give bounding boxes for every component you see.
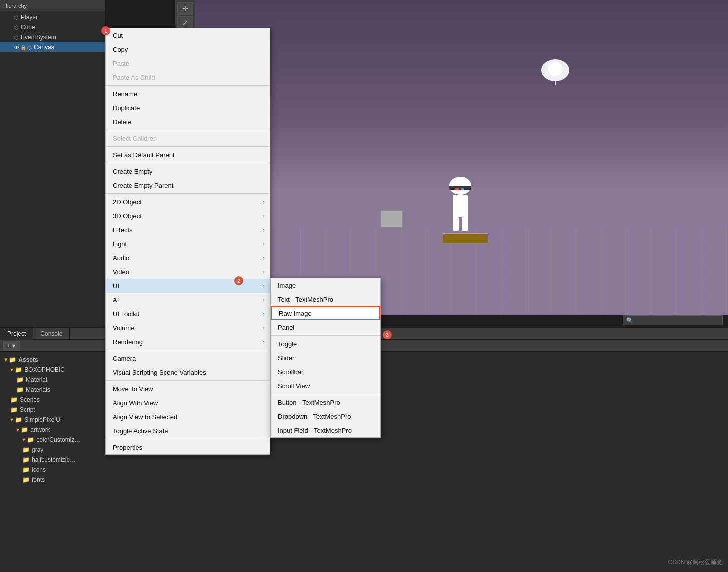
hierarchy-list: ⬡ Player ⬡ Cube ⬡ EventSystem 👁 🔒 ⬡ Canv… — [0, 11, 105, 52]
scene-tool-move[interactable]: ✛ — [177, 2, 193, 15]
separator-2 — [106, 130, 270, 130]
box-object — [380, 210, 403, 228]
menu-toggle-active[interactable]: Toggle Active State — [106, 424, 270, 438]
svg-rect-7 — [453, 195, 468, 217]
menu-3d-object[interactable]: 3D Object› — [106, 209, 270, 223]
svg-rect-5 — [455, 188, 459, 190]
menu-visual-scripting[interactable]: Visual Scripting Scene Variables — [106, 365, 270, 379]
menu-paste: Paste — [106, 56, 270, 70]
menu-ai[interactable]: AI› — [106, 293, 270, 307]
assets-folder-icon: ▾ 📁 — [4, 356, 16, 363]
sub-sep-1 — [271, 335, 380, 336]
menu-ui[interactable]: UI› — [106, 279, 270, 293]
menu-video[interactable]: Video› — [106, 265, 270, 279]
colorcustomiz-icon: ▾ 📁 — [22, 436, 34, 443]
gray-icon: 📁 — [22, 446, 30, 453]
arrow-ai: › — [263, 297, 265, 303]
menu-copy[interactable]: Copy — [106, 42, 270, 56]
arrow-2d: › — [263, 199, 265, 205]
menu-create-empty-parent[interactable]: Create Empty Parent — [106, 178, 270, 192]
simplepixelui-icon: ▾ 📁 — [10, 416, 22, 423]
submenu-slider[interactable]: Slider — [271, 351, 380, 365]
submenu-scroll-view[interactable]: Scroll View — [271, 379, 380, 393]
camera-object — [538, 55, 573, 87]
artwork-icon: ▾ 📁 — [16, 426, 28, 433]
player-icon: ⬡ — [14, 15, 19, 20]
hierarchy-item-cube[interactable]: ⬡ Cube — [0, 22, 105, 32]
svg-rect-9 — [462, 216, 468, 231]
svg-point-1 — [548, 62, 562, 76]
menu-select-children: Select Children — [106, 131, 270, 145]
menu-effects[interactable]: Effects› — [106, 223, 270, 237]
menu-2d-object[interactable]: 2D Object› — [106, 195, 270, 209]
material-icon: 📁 — [16, 376, 24, 383]
menu-move-to-view[interactable]: Move To View — [106, 382, 270, 396]
submenu-toggle[interactable]: Toggle — [271, 337, 380, 351]
submenu-inputfield-tmp[interactable]: Input Field - TextMeshPro — [271, 423, 380, 437]
script-icon: 📁 — [10, 406, 18, 413]
materials-icon: 📁 — [16, 386, 24, 393]
svg-rect-6 — [461, 188, 464, 190]
platform-object — [443, 233, 488, 243]
menu-rename[interactable]: Rename — [106, 87, 270, 101]
menu-rendering[interactable]: Rendering› — [106, 335, 270, 349]
arrow-audio: › — [263, 255, 265, 261]
arrow-effects: › — [263, 227, 265, 233]
submenu-scrollbar[interactable]: Scrollbar — [271, 365, 380, 379]
add-asset-button[interactable]: + ▼ — [3, 341, 20, 351]
scenes-icon: 📁 — [10, 396, 18, 403]
context-menu: Cut Copy Paste Paste As Child Rename Dup… — [105, 28, 270, 455]
menu-duplicate[interactable]: Duplicate — [106, 101, 270, 115]
eye-icon: 👁 — [14, 45, 19, 50]
tab-project[interactable]: Project — [0, 328, 33, 340]
folder-icons[interactable]: 📁 icons — [2, 465, 726, 475]
tab-console[interactable]: Console — [33, 328, 70, 340]
badge-1: 1 — [101, 26, 110, 35]
arrow-ui: › — [263, 283, 265, 289]
arrow-3d: › — [263, 213, 265, 219]
svg-rect-8 — [453, 216, 459, 231]
submenu-button-tmp[interactable]: Button - TextMeshPro — [271, 395, 380, 409]
arrow-rendering: › — [263, 339, 265, 345]
submenu-image[interactable]: Image — [271, 278, 380, 292]
eventsystem-icon: ⬡ — [14, 35, 19, 40]
menu-delete[interactable]: Delete — [106, 115, 270, 129]
separator-7 — [106, 380, 270, 381]
hierarchy-item-canvas[interactable]: 👁 🔒 ⬡ Canvas — [0, 42, 105, 52]
canvas-icon: ⬡ — [27, 45, 32, 50]
menu-paste-as-child: Paste As Child — [106, 70, 270, 84]
separator-4 — [106, 163, 270, 163]
menu-align-with-view[interactable]: Align With View — [106, 396, 270, 410]
fonts-icon: 📁 — [22, 476, 30, 483]
submenu-dropdown-tmp[interactable]: Dropdown - TextMeshPro — [271, 409, 380, 423]
search-input[interactable] — [626, 317, 719, 323]
menu-create-empty[interactable]: Create Empty — [106, 164, 270, 178]
menu-cut[interactable]: Cut — [106, 28, 270, 42]
cube-icon: ⬡ — [14, 25, 19, 30]
menu-audio[interactable]: Audio› — [106, 251, 270, 265]
arrow-volume: › — [263, 325, 265, 331]
submenu-text-tmp[interactable]: Text - TextMeshPro — [271, 292, 380, 306]
folder-fonts[interactable]: 📁 fonts — [2, 475, 726, 485]
svg-rect-4 — [449, 186, 471, 190]
menu-properties[interactable]: Properties — [106, 440, 270, 454]
menu-camera[interactable]: Camera — [106, 351, 270, 365]
submenu-panel[interactable]: Panel — [271, 320, 380, 334]
menu-light[interactable]: Light› — [106, 237, 270, 251]
menu-align-view-to-selected[interactable]: Align View to Selected — [106, 410, 270, 424]
arrow-light: › — [263, 241, 265, 247]
menu-set-default-parent[interactable]: Set as Default Parent — [106, 148, 270, 162]
hierarchy-item-player[interactable]: ⬡ Player — [0, 12, 105, 22]
hierarchy-header: Hierarchy — [0, 0, 105, 11]
menu-volume[interactable]: Volume› — [106, 321, 270, 335]
watermark: CSDN @阿松爱睡觉 — [668, 558, 723, 567]
separator-6 — [106, 350, 270, 350]
submenu-raw-image[interactable]: Raw Image — [271, 306, 380, 320]
hierarchy-item-eventsystem[interactable]: ⬡ EventSystem — [0, 32, 105, 42]
arrow-video: › — [263, 269, 265, 275]
halfcustomizib-icon: 📁 — [22, 456, 30, 463]
separator-1 — [106, 85, 270, 86]
separator-3 — [106, 146, 270, 147]
menu-ui-toolkit[interactable]: UI Toolkit› — [106, 307, 270, 321]
folder-halfcustomizib[interactable]: 📁 halfcustomizib… — [2, 455, 726, 465]
